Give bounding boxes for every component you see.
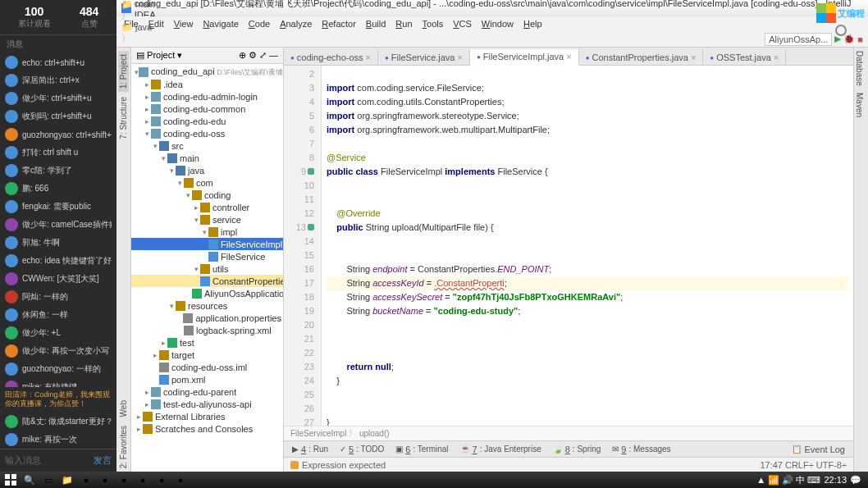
tree-node[interactable]: ConstantProperties	[131, 275, 283, 287]
tree-node[interactable]: ▾coding_edu_api D:\Files\艾编程\黄埔飞天班\Proje…	[131, 66, 283, 78]
system-tray[interactable]: ▲ 📶 🔊 中 ⌨ 22:13 💬	[756, 474, 866, 486]
app-icon-6[interactable]: ●	[171, 472, 190, 487]
menu-build[interactable]: Build	[362, 18, 390, 30]
bottom-tab-terminal[interactable]: ▣ 6: Terminal	[391, 443, 453, 456]
run-config-selector[interactable]: AliyunOssAp...	[765, 33, 832, 46]
left-tool-strip: 1: Project 7: Structure Web 2: Favorites	[116, 48, 131, 472]
project-settings-icon[interactable]: ⊕ ⚙ ⤢ —	[239, 50, 278, 61]
bottom-tab-messages[interactable]: ✉ 9: Messages	[607, 443, 675, 456]
menu-window[interactable]: Window	[477, 18, 518, 30]
close-icon[interactable]: ×	[566, 52, 571, 62]
editor-tab[interactable]: ●OSSTest.java ×	[703, 50, 786, 65]
app-icon-5[interactable]: ●	[153, 472, 171, 487]
tree-node[interactable]: ▾coding	[131, 189, 283, 201]
menu-navigate[interactable]: Navigate	[199, 18, 242, 30]
tree-node[interactable]: ▸coding-edu-parent	[131, 385, 283, 398]
app-icon-2[interactable]: ●	[96, 472, 114, 487]
close-icon[interactable]: ×	[691, 52, 696, 62]
chat-input[interactable]: 输入消息	[5, 454, 41, 467]
app-icon-4[interactable]: ●	[134, 472, 152, 487]
bottom-tab-spring[interactable]: 🍃 8: Spring	[548, 443, 606, 456]
search-taskbar-icon[interactable]: 🔍	[21, 472, 39, 487]
tree-node[interactable]: ▸Scratches and Consoles	[131, 422, 283, 435]
chat-message: 休闲鱼: 一样	[0, 306, 116, 324]
code-area[interactable]: import com.coding.service.FileService;im…	[322, 66, 853, 426]
tray-icons[interactable]: ▲ 📶 🔊 中 ⌨	[756, 474, 820, 486]
tree-node[interactable]: ▸test	[131, 336, 283, 349]
event-log-button[interactable]: 📋 Event Log	[787, 443, 850, 456]
tree-node[interactable]: ▸.idea	[131, 78, 283, 90]
editor-tab[interactable]: ●ConstantProperties.java ×	[579, 50, 704, 65]
project-tree[interactable]: ▾coding_edu_api D:\Files\艾编程\黄埔飞天班\Proje…	[131, 64, 283, 472]
menu-tools[interactable]: Tools	[418, 18, 448, 30]
tree-node[interactable]: coding-edu-oss.iml	[131, 361, 283, 373]
clock[interactable]: 22:13	[824, 475, 847, 485]
chat-message-list[interactable]: echo: ctrl+shift+u深居简出: ctrl+x做少年: ctrl+…	[0, 53, 116, 387]
menu-refactor[interactable]: Refactor	[318, 18, 360, 30]
editor-tab[interactable]: ●coding-echo-oss ×	[284, 50, 378, 65]
avatar	[5, 146, 18, 159]
avatar	[5, 236, 18, 249]
tab-favorites[interactable]: 2: Favorites	[118, 422, 129, 472]
tab-project[interactable]: 1: Project	[118, 51, 129, 92]
tree-node[interactable]: ▸coding-edu-admin-login	[131, 90, 283, 103]
chat-send-button[interactable]: 发言	[94, 454, 112, 467]
menu-code[interactable]: Code	[244, 18, 274, 30]
tree-node[interactable]: ▾src	[131, 139, 283, 152]
start-button[interactable]	[2, 472, 20, 487]
tree-node[interactable]: ▸coding-edu-common	[131, 103, 283, 115]
stop-button[interactable]: ■	[857, 34, 863, 44]
tree-node[interactable]: ▾resources	[131, 299, 283, 312]
tab-maven[interactable]: Maven	[854, 89, 865, 121]
task-view-icon[interactable]: ▭	[39, 472, 57, 487]
menu-vcs[interactable]: VCS	[449, 18, 476, 30]
menu-analyze[interactable]: Analyze	[276, 18, 316, 30]
tree-node[interactable]: logback-spring.xml	[131, 324, 283, 336]
tree-node[interactable]: ▸target	[131, 349, 283, 361]
app-icon-1[interactable]: ●	[77, 472, 95, 487]
notification-icon[interactable]: 💬	[850, 475, 861, 486]
debug-button[interactable]: 🐞	[843, 34, 855, 44]
menu-help[interactable]: Help	[519, 18, 546, 30]
tree-node[interactable]: ▸test-edu-aliyunoss-api	[131, 398, 283, 410]
breadcrumb-item[interactable]: 📁 java	[121, 22, 199, 33]
tree-node[interactable]: ▾main	[131, 152, 283, 164]
close-icon[interactable]: ×	[774, 52, 779, 62]
avatar	[5, 110, 18, 123]
close-icon[interactable]: ×	[366, 52, 371, 62]
tree-node[interactable]: application.properties	[131, 312, 283, 324]
tree-node[interactable]: pom.xml	[131, 373, 283, 385]
tree-node[interactable]: ▸coding-edu-edu	[131, 115, 283, 127]
tree-node[interactable]: ▾utils	[131, 262, 283, 275]
tree-node[interactable]: ▾service	[131, 213, 283, 226]
tree-node[interactable]: AliyunOssApplication	[131, 287, 283, 299]
chat-announcement: 田清洋：Coding老师，我来围观你的直播课，为你点赞！	[0, 387, 116, 413]
windows-taskbar[interactable]: 🔍 ▭ 📁 ● ● ● ● ● ● ▲ 📶 🔊 中 ⌨ 22:13 💬	[0, 472, 868, 488]
tree-node[interactable]: ▸controller	[131, 201, 283, 213]
tree-node[interactable]: ▸External Libraries	[131, 410, 283, 422]
tree-node[interactable]: ▾java	[131, 164, 283, 176]
editor-tab[interactable]: ●FileService.java ×	[378, 50, 470, 65]
tab-web[interactable]: Web	[118, 397, 129, 420]
tab-database[interactable]: Database	[854, 48, 865, 89]
tab-structure[interactable]: 7: Structure	[118, 93, 129, 143]
code-editor[interactable]: 2345678910111213141516171819202122232425…	[284, 66, 853, 426]
editor-breadcrumb[interactable]: FileServiceImpl 〉 upload()	[284, 426, 853, 440]
search-icon[interactable]	[835, 25, 847, 36]
tree-node[interactable]: FileService	[131, 250, 283, 262]
bottom-tab-java-enterprise[interactable]: ☕ 7: Java Enterprise	[455, 443, 546, 456]
tree-node[interactable]: ▾impl	[131, 226, 283, 238]
status-cursor-info[interactable]: 17:47 CRLF÷ UTF-8÷	[760, 460, 847, 470]
file-explorer-icon[interactable]: 📁	[58, 472, 76, 487]
tree-node[interactable]: ▾com	[131, 176, 283, 189]
bottom-tab-run[interactable]: ▶ 4: Run	[287, 443, 333, 456]
app-icon-3[interactable]: ●	[115, 472, 133, 487]
editor-tab[interactable]: ●FileServiceImpl.java ×	[470, 49, 579, 66]
close-icon[interactable]: ×	[457, 52, 462, 62]
bottom-tab-todo[interactable]: ✓ 5: TODO	[335, 443, 389, 456]
breadcrumb-item[interactable]: 📁 main	[121, 0, 199, 10]
chat-message: mike: 再按一次	[0, 431, 116, 449]
tree-node[interactable]: FileServiceImpl	[131, 238, 283, 250]
menu-run[interactable]: Run	[391, 18, 416, 30]
tree-node[interactable]: ▾coding-edu-oss	[131, 127, 283, 139]
